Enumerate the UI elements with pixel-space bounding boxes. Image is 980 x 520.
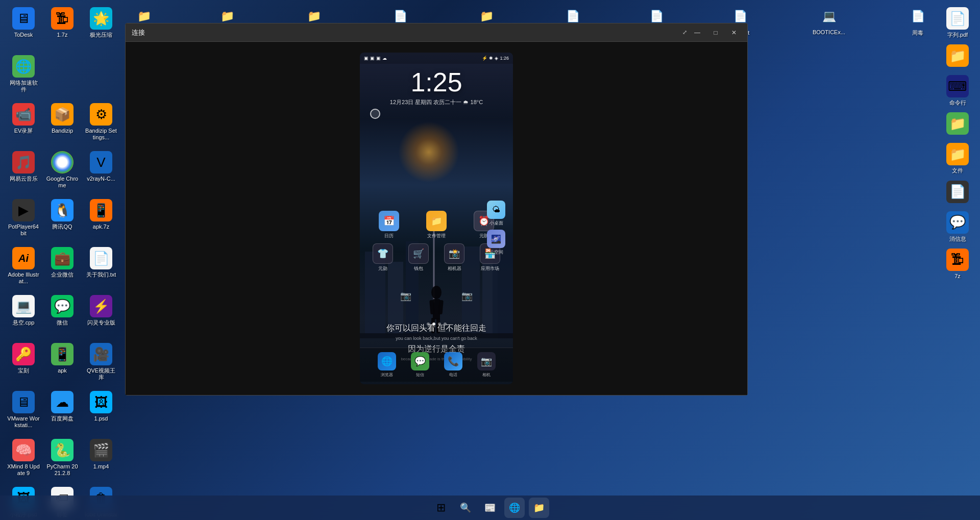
weather-apps-area: 🌤 小桌面 🌌 云空间 bbox=[487, 201, 505, 256]
close-button[interactable]: ✕ bbox=[727, 27, 741, 38]
desktop-icon-netease-music[interactable]: 🎵 网易云音乐 bbox=[5, 149, 42, 195]
desktop-icon-right-4[interactable]: 📁 bbox=[939, 110, 976, 139]
cloud-space-app-item[interactable]: 🌌 云空间 bbox=[487, 230, 505, 256]
phone-screen: ▣ ▣ ▣ ☁ ⚡ ✱ ◈ 1:26 bbox=[360, 53, 513, 384]
dock-phone[interactable]: 📞 电话 bbox=[444, 352, 462, 378]
desktop-icon-right-6[interactable]: 📄 bbox=[939, 179, 976, 207]
window-title: 连接 bbox=[132, 28, 679, 37]
desktop-icons-left: 🖥 ToDesk 🗜 1.7z 🌟 极光压缩 🌐 网络加速软件 📹 EV录屏 📦… bbox=[5, 5, 119, 520]
app-row-1: 📅 日历 📁 文件管理 bbox=[365, 211, 508, 239]
desktop-icon-1-7z[interactable]: 🗜 1.7z bbox=[44, 5, 81, 51]
window-titlebar[interactable]: 连接 ⤢ — □ ✕ bbox=[126, 23, 747, 42]
app-calendar[interactable]: 📅 日历 bbox=[374, 211, 404, 239]
desktop: 📁 2016年 📁 2021年 📁 高清接密码 📄 面试.txt 📁 Windo… bbox=[0, 0, 980, 520]
dot-3 bbox=[438, 323, 441, 326]
desktop-icon-qve[interactable]: 🎥 QVE视频王库 bbox=[83, 341, 119, 387]
desktop-icon-adobe-ai[interactable]: Ai Adobe Illustrat... bbox=[5, 245, 42, 291]
desktop-icon-1-psd[interactable]: 🖼 1.psd bbox=[83, 389, 119, 435]
desktop-icon-vmware[interactable]: 🖥 VMware Workstati... bbox=[5, 389, 42, 435]
dot-4 bbox=[444, 323, 447, 326]
status-left: ▣ ▣ ▣ ☁ bbox=[364, 56, 387, 61]
taskbar-explorer[interactable]: 📁 bbox=[529, 498, 549, 518]
phone-time-display: 1:25 bbox=[360, 67, 513, 97]
desktop-icon-bandizip-settings[interactable]: ⚙ Bandizip Settings... bbox=[83, 101, 119, 147]
dot-1 bbox=[427, 323, 430, 326]
expand-button[interactable]: ⤢ bbox=[679, 27, 690, 38]
desktop-icon-right-7[interactable]: 💬 消信息 bbox=[939, 209, 976, 244]
desktop-icon-xmind[interactable]: 🧠 XMind 8 Update 9 bbox=[5, 437, 42, 483]
desktop-icon-right-2[interactable]: 📁 bbox=[939, 42, 976, 71]
weather-app-item[interactable]: 🌤 小桌面 bbox=[487, 201, 505, 227]
window-controls: — □ ✕ bbox=[690, 27, 741, 38]
phone-dock: 🌐 浏览器 💬 短信 📞 电话 📷 相机 bbox=[360, 348, 513, 382]
taskbar: ⊞ 🔍 📰 🌐 📁 bbox=[0, 496, 980, 520]
desktop-icon-v2rayn[interactable]: V v2rayN-C... bbox=[83, 149, 119, 195]
desktop-icons-right: 📄 字列.pdf 📁 ⌨ 命令行 📁 📁 文件 📄 💬 消信息 🗜 bbox=[939, 5, 976, 282]
desktop-icon-wechat[interactable]: 💬 微信 bbox=[44, 293, 81, 339]
poetry-sub1: you can look back,but you can't go back bbox=[360, 336, 513, 341]
desktop-icon-potplayer[interactable]: ▶ PotPlayer64 bit bbox=[5, 197, 42, 243]
camera-circle-button[interactable] bbox=[370, 109, 380, 119]
desktop-icon-ev-record[interactable]: 📹 EV录屏 bbox=[5, 101, 42, 147]
dock-camera[interactable]: 📷 相机 bbox=[477, 352, 496, 378]
taskbar-icons: ⊞ 🔍 📰 🌐 📁 bbox=[431, 498, 549, 518]
taskbar-start[interactable]: ⊞ bbox=[431, 498, 451, 518]
desktop-icon-cmd[interactable]: ⌨ 命令行 bbox=[939, 73, 976, 108]
dock-browser[interactable]: 🌐 浏览器 bbox=[378, 352, 396, 378]
bottom-camera-right[interactable]: 📷 bbox=[458, 287, 476, 305]
phone-page-dots bbox=[360, 323, 513, 326]
desktop-icon-bandizip[interactable]: 📦 Bandizip bbox=[44, 101, 81, 147]
desktop-icon-about-us-txt[interactable]: 📄 关于我们.txt bbox=[83, 245, 119, 291]
phone-camera-row: 📷 📷 bbox=[360, 287, 513, 305]
desktop-icon-shanling[interactable]: ⚡ 闪灵专业版 bbox=[83, 293, 119, 339]
desktop-icon-1-mp4[interactable]: 🎬 1.mp4 bbox=[83, 437, 119, 483]
desktop-icon-todesk[interactable]: 🖥 ToDesk bbox=[5, 5, 42, 51]
phone-date-display: 12月23日 星期四 农历二十一 🌧 18°C bbox=[360, 98, 513, 106]
desktop-icon-apk-7z[interactable]: 📱 apk.7z bbox=[83, 197, 119, 243]
desktop-icon-baoke[interactable]: 🔑 宝刻 bbox=[5, 341, 42, 387]
desktop-icon-apk[interactable]: 📱 apk bbox=[44, 341, 81, 387]
desktop-icon-polar-compress[interactable]: 🌟 极光压缩 bbox=[83, 5, 119, 51]
bottom-camera-left[interactable]: 📷 bbox=[397, 287, 415, 305]
desktop-icon-enterprise-wechat[interactable]: 💼 企业微信 bbox=[44, 245, 81, 291]
phone-inner: ▣ ▣ ▣ ☁ ⚡ ✱ ◈ 1:26 bbox=[360, 53, 513, 384]
app-file-manager[interactable]: 📁 文件管理 bbox=[421, 211, 452, 239]
dot-2 bbox=[432, 323, 435, 326]
desktop-icon-pycharm[interactable]: 🐍 PyCharm 2021.2.8 bbox=[44, 437, 81, 483]
app-camera[interactable]: 📸 相机器 bbox=[439, 243, 470, 272]
minimize-button[interactable]: — bbox=[690, 27, 704, 38]
app-shop-1[interactable]: 👕 元勋 bbox=[368, 243, 398, 272]
maximize-button[interactable]: □ bbox=[708, 27, 723, 38]
window-content: ▣ ▣ ▣ ☁ ⚡ ✱ ◈ 1:26 bbox=[126, 42, 747, 395]
status-right: ⚡ ✱ ◈ 1:26 bbox=[482, 56, 509, 61]
desktop-icon-7z-right[interactable]: 🗜 7z bbox=[939, 246, 976, 282]
desktop-icon-network-accel[interactable]: 🌐 网络加速软件 bbox=[5, 53, 42, 99]
app-wallet[interactable]: 🛒 钱包 bbox=[403, 243, 434, 272]
taskbar-search[interactable]: 🔍 bbox=[455, 498, 476, 518]
desktop-icon-poison[interactable]: 📄 周毒 bbox=[906, 5, 929, 37]
desktop-icon-bootice[interactable]: 💻 BOOTICEx... bbox=[813, 5, 845, 37]
desktop-icon-tencent-qq[interactable]: 🐧 腾讯QQ bbox=[44, 197, 81, 243]
desktop-icon-google-chrome[interactable]: Google Chrome bbox=[44, 149, 81, 195]
desktop-icon-baidu-netdisk[interactable]: ☁ 百度网盘 bbox=[44, 389, 81, 435]
app-row-2: 👕 元勋 🛒 钱包 📸 相机器 bbox=[365, 243, 508, 272]
lamp-glow bbox=[398, 121, 459, 183]
desktop-icon-xuankong-cpp[interactable]: 💻 悬空.cpp bbox=[5, 293, 42, 339]
phone-status-bar: ▣ ▣ ▣ ☁ ⚡ ✱ ◈ 1:26 bbox=[360, 53, 513, 64]
desktop-icon-file-folder[interactable]: 📁 文件 bbox=[939, 141, 976, 176]
taskbar-widgets[interactable]: 📰 bbox=[480, 498, 500, 518]
dock-sms[interactable]: 💬 短信 bbox=[411, 352, 429, 378]
desktop-icon-zilie-pdf[interactable]: 📄 字列.pdf bbox=[939, 5, 976, 40]
taskbar-edge[interactable]: 🌐 bbox=[504, 498, 525, 518]
main-window: 连接 ⤢ — □ ✕ bbox=[125, 23, 748, 395]
